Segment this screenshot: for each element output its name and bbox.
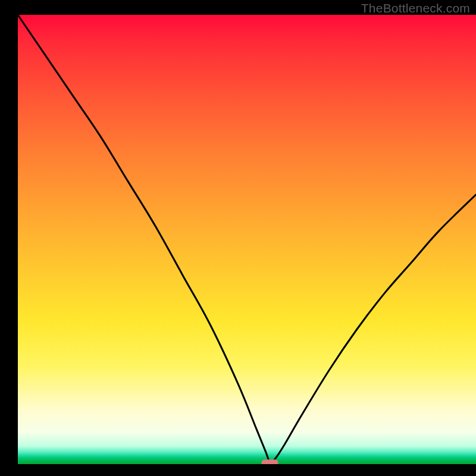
curve-layer xyxy=(18,15,476,464)
chart-container: TheBottleneck.com xyxy=(0,0,476,476)
bottleneck-curve xyxy=(18,15,476,462)
optimal-marker xyxy=(262,459,278,464)
attribution-text: TheBottleneck.com xyxy=(361,1,470,15)
plot-area xyxy=(18,15,476,464)
